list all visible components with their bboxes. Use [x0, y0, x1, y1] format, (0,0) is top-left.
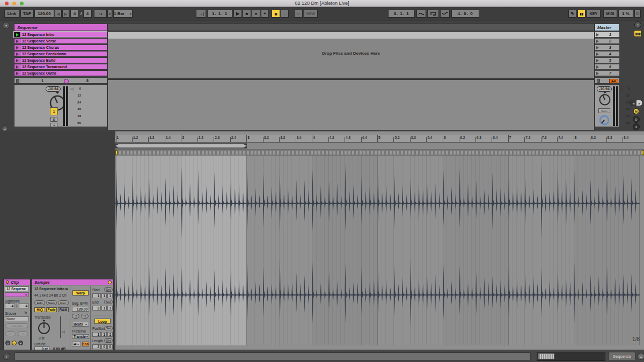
halve-tempo-button[interactable]: :2: [72, 314, 79, 319]
length-beats[interactable]: 0: [101, 344, 107, 349]
current-clip-chooser[interactable]: Sequence: [609, 352, 635, 361]
metronome-button[interactable]: ○●: [94, 10, 107, 18]
end-beats[interactable]: 1: [101, 306, 107, 311]
scene-launch-icon[interactable]: [596, 46, 599, 49]
clip-launch-button[interactable]: [14, 64, 20, 69]
length-sixteenths[interactable]: 0: [107, 344, 113, 349]
sample-box-header[interactable]: Sample: [32, 279, 114, 285]
selected-scene-row[interactable]: [108, 32, 594, 39]
automation-arm-button[interactable]: ◉: [272, 10, 280, 18]
sample-box-toggle-icon[interactable]: ∿: [12, 341, 17, 345]
punch-out-button[interactable]: [440, 10, 450, 18]
waveform-display[interactable]: 1/8: [115, 156, 644, 345]
transient-loop-mode[interactable]: ⇄▼: [72, 342, 81, 346]
fade-button[interactable]: Fade: [46, 307, 57, 312]
stop-all-clips-button[interactable]: [597, 79, 600, 83]
scene-launch-icon[interactable]: [596, 59, 599, 62]
scene-row[interactable]: 2: [595, 38, 620, 44]
end-set-button[interactable]: Set: [104, 300, 113, 304]
mixer-section-toggle[interactable]: M: [633, 108, 639, 114]
stop-button[interactable]: ■: [243, 10, 251, 18]
session-record-button[interactable]: ○: [294, 10, 303, 18]
reenable-automation-button[interactable]: ←: [281, 10, 289, 18]
loop-end-handle[interactable]: [244, 143, 247, 149]
nudge-back-button[interactable]: <<: [5, 331, 16, 336]
new-scene-button[interactable]: NEW: [304, 10, 318, 18]
scene-row[interactable]: 6: [595, 64, 620, 70]
loop-button[interactable]: Loop: [94, 319, 111, 324]
loop-start-handle[interactable]: [115, 143, 119, 149]
start-beats[interactable]: 1: [101, 293, 107, 298]
quantization-menu-arrow[interactable]: ▾: [107, 10, 112, 18]
midi-map-button[interactable]: MIDI: [603, 10, 617, 18]
beat-time-ruler[interactable]: 11.21.31.422.22.32.433.23.33.444.24.34.4…: [115, 135, 644, 143]
clip-view-toggle-icon[interactable]: ▲: [638, 353, 644, 360]
loop-length-field[interactable]: 4. 0. 0: [451, 10, 479, 18]
clip-slot[interactable]: 12 Sequence Intro: [14, 32, 107, 38]
track-arm-button[interactable]: ●: [50, 123, 57, 127]
clip-start-marker[interactable]: [115, 150, 118, 155]
ram-button[interactable]: RAM: [58, 307, 69, 312]
overview-toggle-icon[interactable]: ≡: [634, 21, 641, 28]
master-volume-knob[interactable]: [598, 92, 612, 106]
double-tempo-button[interactable]: *2: [81, 314, 89, 319]
browser-toggle-button[interactable]: ▾: [3, 22, 10, 29]
position-beats[interactable]: 1: [101, 332, 107, 337]
track-activator-button[interactable]: 1: [50, 107, 58, 115]
clip-color-chooser[interactable]: ▼: [5, 292, 29, 297]
scene-row[interactable]: 7: [595, 70, 620, 76]
clip-end-marker[interactable]: [642, 150, 644, 155]
info-view-toggle-icon[interactable]: ▸: [3, 353, 10, 360]
nudge-forward-button[interactable]: >>: [18, 331, 28, 336]
scene-row[interactable]: 1: [595, 32, 620, 38]
track-solo-button[interactable]: S: [50, 117, 57, 122]
scene-row[interactable]: 3: [595, 45, 620, 50]
delay-section-toggle[interactable]: D: [633, 116, 640, 123]
master-track-title[interactable]: Master: [595, 24, 620, 31]
gain-slider[interactable]: [60, 316, 61, 338]
tempo-field[interactable]: 120.00: [34, 10, 54, 18]
position-sixteenths[interactable]: 1: [107, 332, 113, 337]
end-bars[interactable]: 3: [92, 306, 101, 311]
position-bars[interactable]: 1: [92, 332, 101, 337]
reverse-sample-button[interactable]: Rev.: [58, 300, 69, 305]
punch-in-button[interactable]: [416, 10, 426, 18]
link-button[interactable]: Link: [4, 10, 19, 18]
start-set-button[interactable]: Set: [104, 287, 113, 292]
crossfader-section-toggle[interactable]: X: [633, 123, 640, 130]
track-title[interactable]: Sequence: [14, 24, 107, 31]
start-bars[interactable]: 1: [92, 293, 101, 298]
length-bars[interactable]: 2: [92, 344, 101, 349]
envelope-box-toggle-icon[interactable]: ●: [18, 341, 23, 345]
loop-brace[interactable]: [116, 143, 247, 149]
loop-switch[interactable]: [427, 10, 439, 18]
scrub-area[interactable]: [115, 143, 644, 150]
scene-launch-icon[interactable]: [596, 65, 599, 69]
clip-name-field[interactable]: 12 Sequenc: [5, 286, 29, 291]
clip-sig-numerator[interactable]: 4: [5, 304, 15, 308]
computer-midi-keyboard-button[interactable]: ▮▮: [577, 10, 586, 18]
follow-button[interactable]: →|: [196, 10, 206, 18]
draw-mode-button[interactable]: ✎: [568, 10, 576, 18]
clip-launch-button[interactable]: [14, 32, 20, 37]
end-sixteenths[interactable]: 1: [107, 306, 113, 311]
seg-bpm-field[interactable]: 120.00: [72, 307, 89, 312]
nudge-up-button[interactable]: ▷: [62, 10, 69, 18]
clip-overview-scrollbar[interactable]: [537, 352, 605, 361]
warp-mode-chooser[interactable]: Beats▼: [72, 322, 89, 327]
overview-thumb[interactable]: [538, 353, 554, 359]
clip-launch-button[interactable]: [14, 71, 20, 76]
clip-sig-denominator[interactable]: 4: [19, 304, 29, 308]
clip-slot[interactable]: 12 Sequence Breakdown: [14, 51, 107, 57]
transpose-value[interactable]: 0 st: [39, 336, 44, 340]
gain-slider-handle-icon[interactable]: ◁: [62, 330, 64, 334]
track-volume-value[interactable]: -10.94: [46, 86, 61, 92]
arrangement-position-field[interactable]: 1. 1. 1: [207, 10, 232, 18]
clip-launch-button[interactable]: [14, 39, 20, 43]
play-button[interactable]: ▶: [233, 10, 242, 18]
clip-slot[interactable]: 12 Sequence Verse: [14, 38, 107, 44]
marker-lane[interactable]: [115, 150, 644, 156]
scene-row[interactable]: 5: [595, 57, 620, 63]
length-set-button[interactable]: Set: [104, 338, 113, 343]
transpose-knob[interactable]: [36, 320, 52, 335]
